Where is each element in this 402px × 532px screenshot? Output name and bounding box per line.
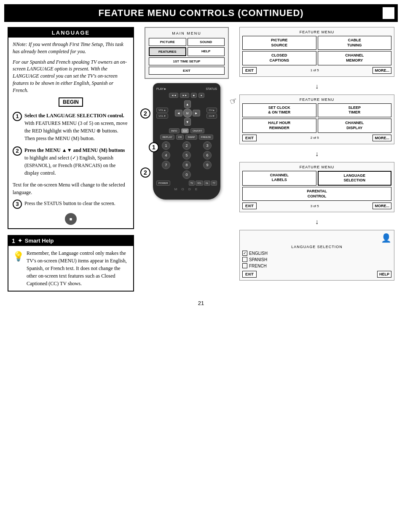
language-selection-screen: 👤 LANGUAGE SELECTION ✓ ENGLISH SPANISH F… [239,230,394,281]
remote-body: PLAY► STATUS ◄◄ ►► ■ ● VOL▲ [153,83,220,200]
lang-spanish[interactable]: SPANISH [242,257,391,262]
ch-display-btn[interactable]: CH [181,128,189,133]
user-figure-icon: 👤 [381,233,391,243]
channel-display-btn[interactable]: CHANNELDISPLAY [318,119,392,132]
help-btn-lang[interactable]: HELP [377,271,391,278]
ty-btn[interactable]: TY [211,181,217,186]
nav-right-btn[interactable]: ► [193,110,200,116]
cable-tuning-btn[interactable]: CABLETUNING [318,36,392,50]
play-label: PLAY► [156,87,166,90]
swap-btn[interactable]: SWAP [185,135,197,140]
nav-center-btn[interactable]: M [183,108,192,118]
num-1-btn[interactable]: 1 [162,141,170,150]
step-3-block: 3 Press the STATUS button to clear the s… [13,200,129,209]
ff-btn[interactable]: ►► [180,93,189,98]
step-2-content: Press the MENU ▲▼ and MENU (M) buttons t… [24,146,129,177]
exit-btn-lang[interactable]: EXIT [242,271,257,278]
set-clock-btn[interactable]: SET CLOCK& ON TIMER [242,103,316,117]
language-selection-btn[interactable]: LANGUAGESELECTION [318,171,392,186]
num-5-btn[interactable]: 5 [182,151,191,159]
main-menu-features[interactable]: FEATURES [149,47,186,56]
smart-help-number: 1 [12,238,15,244]
rew-btn[interactable]: ◄◄ [169,93,178,98]
num-3-btn[interactable]: 3 [203,141,212,150]
vol-down-btn[interactable]: VOL▼ [156,113,168,119]
info-btn[interactable]: INFO [169,128,179,133]
main-menu-exit[interactable]: EXIT [149,67,225,75]
nav-left-btn[interactable]: ◄ [175,110,182,116]
more-btn-3[interactable]: MORE... [373,203,391,209]
feature-menu-1-title: FEATURE MENU [242,30,391,34]
nav-down-btn[interactable]: ▼ [184,118,191,126]
main-menu-1st-time-setup[interactable]: 1ST TIME SETUP [149,57,225,65]
feature-menu-1: FEATURE MENU PICTURESOURCE CABLETUNING C… [239,27,394,77]
step-3-hand-icon: ☞ [228,95,239,107]
menu-text-note: Text for the on-screen Menu will change … [13,181,129,196]
num-2-btn[interactable]: 2 [182,141,191,150]
step-2-circle: 2 [13,146,22,156]
step-1-circle: 1 [13,112,22,121]
main-menu-help[interactable]: HELP [188,47,225,56]
ch-down-btn[interactable]: CH▼ [206,113,217,119]
num-9-btn[interactable]: 9 [203,161,212,169]
english-checkbox[interactable]: ✓ [242,251,247,256]
page-indicator-3: 3 of 5 [311,204,319,208]
nav-up-btn[interactable]: ▲ [184,100,191,108]
power-btn[interactable]: POWER [156,181,170,186]
sleep-timer-btn[interactable]: SLEEPTIMER [318,103,392,117]
parental-control-btn[interactable]: PARENTALCONTROL [242,187,391,201]
half-hour-btn[interactable]: HALF HOURREMINDER [242,119,316,132]
vcl-btn[interactable]: VCL [196,181,203,186]
step-1-content: Select the LANGUAGE SELECTION control. W… [24,112,129,142]
lang-french[interactable]: FRENCH [242,263,391,268]
num-7-btn[interactable]: 7 [162,161,170,169]
main-menu-sound[interactable]: SOUND [188,38,225,46]
exit-btn-1[interactable]: EXIT [242,67,257,74]
num-6-btn[interactable]: 6 [203,151,212,159]
main-menu-screen: MAIN MENU PICTURE SOUND FEATURES HELP 1S… [145,27,229,79]
rec-btn[interactable]: ● [198,93,204,98]
exit-btn-2[interactable]: EXIT [242,135,257,141]
page-indicator-2: 2 of 5 [311,136,319,140]
smart-help-content: 💡 Remember, the Language control only ma… [13,249,129,287]
channel-memory-btn[interactable]: CHANNELMEMORY [318,51,392,65]
gl-btn[interactable]: GL [204,181,210,186]
main-menu-grid: PICTURE SOUND FEATURES HELP 1ST TIME SET… [149,38,225,75]
num-4-btn[interactable]: 4 [162,151,170,159]
french-checkbox[interactable] [242,263,247,268]
spanish-checkbox[interactable] [242,257,247,262]
feature-menu-2-grid: SET CLOCK& ON TIMER SLEEPTIMER HALF HOUR… [242,103,391,133]
page-number: 21 [198,300,204,306]
lang-english[interactable]: ✓ ENGLISH [242,251,391,256]
transport-row: ◄◄ ►► ■ ● [156,93,217,98]
main-menu-picture[interactable]: PICTURE [149,38,186,46]
ch-up-btn[interactable]: CH▲ [206,108,217,113]
stop-btn[interactable]: ■ [191,93,197,98]
tv-btn[interactable]: TV [189,181,195,186]
step-2-detail: to highlight and select (✓) English, Spa… [24,155,115,176]
bottom-row: POWER TV VCL GL TY [156,181,217,186]
num-8-btn[interactable]: 8 [182,161,191,169]
picture-source-btn[interactable]: PICTURESOURCE [242,36,316,50]
vol-up-btn[interactable]: VOL▲ [156,108,168,113]
on-off-btn[interactable]: ON/OFF [190,128,204,133]
cr-btn[interactable]: CR [176,135,184,140]
nav-cluster: ▲ ◄ M ► ▼ [175,100,200,126]
step-begin: BEGIN [13,97,129,112]
page-header: Feature Menu Controls (continued) [4,4,398,22]
page-indicator-1: 1 of 5 [311,68,319,72]
more-btn-2[interactable]: MORE... [373,135,391,141]
freeze-btn[interactable]: FREEZE [199,135,213,140]
exit-btn-3[interactable]: EXIT [242,203,257,209]
status-label: STATUS [206,87,217,90]
page-container: Feature Menu Controls (continued) Langua… [0,0,402,532]
more-btn-1[interactable]: MORE... [373,67,391,74]
mode-btns: TV VCL GL TY [189,181,217,186]
channel-labels-btn[interactable]: CHANNELLABELS [242,171,316,186]
feature-menu-1-footer: EXIT 1 of 5 MORE... [242,67,391,74]
step-float-2: 2 [140,108,150,119]
num-0-btn[interactable]: 0 [182,170,191,179]
replay-btn[interactable]: REPLAY [160,135,174,140]
arrow-3: ↓ [239,218,394,226]
closed-captions-btn[interactable]: CLOSEDCAPTIONS [242,51,316,65]
